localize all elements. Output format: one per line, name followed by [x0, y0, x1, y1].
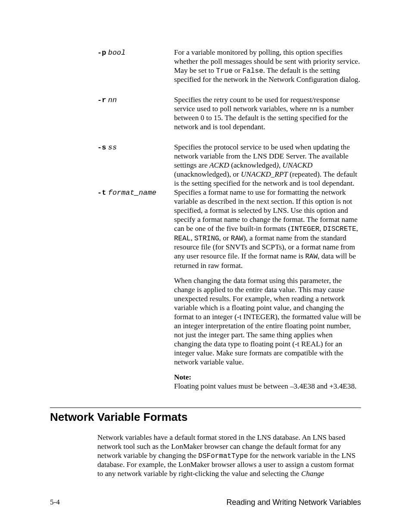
section-divider: [50, 408, 361, 408]
flag: -p: [97, 49, 106, 57]
code-real: REAL: [174, 235, 190, 243]
flag: -s: [97, 143, 106, 152]
code-raw: RAW: [231, 235, 243, 243]
code-discrete: DISCRETE: [323, 225, 356, 233]
option-row-t: -t format_name Specifies a format name t…: [50, 188, 361, 391]
text: ,: [279, 161, 283, 169]
flag-arg: format_name: [108, 189, 156, 197]
option-desc-cell: Specifies the protocol service to be use…: [174, 143, 361, 188]
text: , or: [219, 234, 231, 242]
options-table: -p bool For a variable monitored by poll…: [50, 48, 361, 391]
page-number: 5-4: [50, 498, 60, 507]
code-false: False: [243, 67, 263, 75]
var-nn: nn: [310, 105, 317, 113]
code-string: STRING: [194, 235, 219, 243]
option-flag-cell: -r nn: [50, 96, 174, 132]
text: ,: [356, 224, 358, 233]
text: ,: [190, 234, 194, 242]
option-desc-cell: Specifies the retry count to be used for…: [174, 96, 361, 132]
page: -p bool For a variable monitored by poll…: [0, 0, 411, 532]
option-flag-cell: -p bool: [50, 48, 174, 84]
page-footer: 5-4 Reading and Writing Network Variable…: [50, 498, 361, 507]
note-label: Note:: [174, 373, 191, 381]
footer-title: Reading and Writing Network Variables: [227, 498, 361, 507]
text: (acknowledged: [229, 161, 276, 169]
menu-change: Change: [301, 470, 324, 478]
code-ackd: ACKD: [209, 161, 229, 169]
flag-arg: ss: [108, 143, 117, 152]
code-integer: INTEGER: [290, 225, 319, 233]
text: ,: [319, 224, 323, 233]
code-unackd-rpt: UNACKD_RPT: [241, 170, 288, 178]
code-true: True: [216, 67, 232, 75]
flag-arg: bool: [108, 49, 126, 57]
option-row-p: -p bool For a variable monitored by poll…: [50, 48, 361, 84]
flag: -t: [97, 189, 106, 197]
option-desc-cell: Specifies a format name to use for forma…: [174, 188, 361, 391]
flag: -r: [97, 96, 106, 104]
option-flag-cell: -s ss: [50, 143, 174, 188]
option-flag-cell: -t format_name: [50, 188, 174, 391]
option-row-r: -r nn Specifies the retry count to be us…: [50, 96, 361, 132]
flag-arg: nn: [108, 96, 117, 104]
option-desc-cell: For a variable monitored by polling, thi…: [174, 48, 361, 84]
code-unackd: UNACKD: [283, 161, 313, 169]
code-dsformattype: DSFormatType: [198, 452, 248, 460]
body-paragraph: Network variables have a default format …: [50, 433, 361, 479]
code-raw2: RAW: [305, 253, 318, 261]
text: (unacknowledged), or: [174, 170, 241, 178]
text: or: [233, 66, 243, 75]
text: When changing the data format using this…: [174, 277, 361, 366]
option-row-s: -s ss Specifies the protocol service to …: [50, 143, 361, 188]
note-text: Floating point values must be between –3…: [174, 382, 357, 390]
section-heading: Network Variable Formats: [50, 411, 361, 424]
